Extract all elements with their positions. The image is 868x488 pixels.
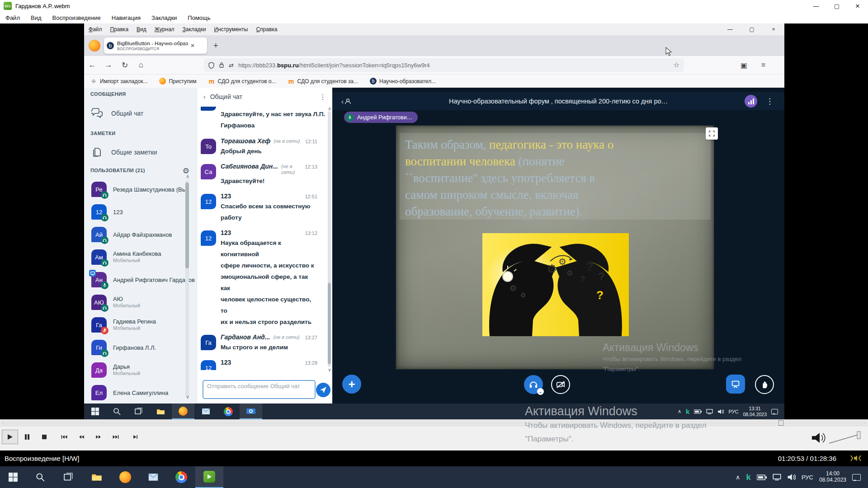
play-button[interactable] <box>2 430 18 444</box>
player-menu-Навигация[interactable]: Навигация <box>112 14 141 21</box>
seek-bar[interactable] <box>0 419 868 426</box>
stop-button[interactable] <box>36 430 52 444</box>
users-scroll-down-icon[interactable]: ∨ <box>186 394 189 400</box>
user-list-item[interactable]: ГиГирфанова Л.Л. <box>84 336 197 359</box>
frame-step-button[interactable] <box>127 430 144 444</box>
connection-status-icon[interactable] <box>745 95 757 108</box>
mail-icon[interactable] <box>194 404 217 419</box>
task-view-icon[interactable] <box>54 466 82 488</box>
search-icon[interactable] <box>26 466 54 488</box>
extensions-icon[interactable]: ▣ <box>741 61 747 70</box>
users-scroll-up-icon[interactable]: ∧ <box>186 174 189 179</box>
clock[interactable]: 14:0008.04.2023 <box>819 471 846 483</box>
bookmark-item[interactable]: mСДО для студентов за... <box>288 78 359 84</box>
chat-header[interactable]: ‹ Общий чат ⋮ <box>197 88 333 106</box>
player-menu-Вид[interactable]: Вид <box>31 14 42 21</box>
sidebar-item-shared-notes[interactable]: Общие заметки <box>90 145 157 159</box>
chrome-icon[interactable] <box>167 466 195 488</box>
user-list-item[interactable]: АЮАЮМобильный <box>84 291 197 314</box>
home-icon[interactable]: ⌂ <box>133 61 149 70</box>
player-menu-Воспроизведение[interactable]: Воспроизведение <box>52 14 101 21</box>
actions-plus-button[interactable]: + <box>342 375 361 394</box>
reload-icon[interactable]: ↻ <box>117 61 133 70</box>
chat-scroll-up-icon[interactable]: ∧ <box>328 106 331 112</box>
browser-menu-Журнал[interactable]: Журнал <box>155 26 175 33</box>
file-explorer-icon[interactable] <box>82 466 111 488</box>
browser-minimize-button[interactable]: — <box>719 23 741 35</box>
user-list-item[interactable]: РеРезеда Шамсутдинова (Вы) <box>84 178 197 201</box>
browser-menu-Файл[interactable]: Файл <box>89 26 102 33</box>
player-menu-Закладки[interactable]: Закладки <box>151 14 177 21</box>
fast-forward-button[interactable] <box>90 430 107 444</box>
fullscreen-icon[interactable] <box>706 127 718 140</box>
audio-headphones-button[interactable]: ⌄ <box>524 375 543 394</box>
user-list-item[interactable]: ГаГадиева РегинаМобильный <box>84 314 197 336</box>
user-list-item[interactable]: ДаДарьяМобильный <box>84 359 197 381</box>
audio-options-chevron-icon[interactable]: ⌄ <box>537 388 544 395</box>
player-close-button[interactable]: ✕ <box>847 0 868 12</box>
users-scrollbar[interactable] <box>185 180 189 397</box>
skip-start-button[interactable] <box>56 430 72 444</box>
bookmark-star-icon[interactable]: ☆ <box>674 61 679 69</box>
hamburger-menu-icon[interactable]: ≡ <box>761 61 765 69</box>
language-indicator[interactable]: РУС <box>802 474 813 481</box>
bookmark-item[interactable]: ⎆Импорт закладок... <box>90 78 147 84</box>
rewind-button[interactable] <box>73 430 90 444</box>
media-player-taskbar-icon[interactable] <box>195 466 223 488</box>
url-bar[interactable]: ⇄ https://bbb233.bspu.ru/html5client/joi… <box>204 58 684 72</box>
user-list-item[interactable]: АйАйдар Файзрахманов <box>84 223 197 246</box>
new-tab-button[interactable]: + <box>213 41 218 51</box>
webcam-off-button[interactable] <box>551 375 570 394</box>
chat-scrollbar[interactable] <box>328 111 331 367</box>
action-center-icon[interactable] <box>852 474 861 481</box>
sidebar-item-public-chat[interactable]: Общий чат <box>90 107 143 120</box>
browser-menu-Вид[interactable]: Вид <box>137 26 146 33</box>
browser-close-button[interactable]: × <box>763 23 784 35</box>
pause-button[interactable] <box>19 430 35 444</box>
start-icon[interactable] <box>0 466 26 488</box>
player-menu-Помощь[interactable]: Помощь <box>188 14 210 21</box>
browser-tab[interactable]: b BigBlueButton - Научно-образ ВОСПРОИЗВ… <box>104 38 207 54</box>
language-indicator[interactable]: РУС <box>728 409 738 414</box>
bookmark-item[interactable]: bНаучно-образовател... <box>370 78 436 84</box>
user-list-item[interactable]: ЕлЕлена Самигуллина <box>84 381 197 404</box>
bookmark-item[interactable]: Приступим <box>159 78 196 84</box>
action-center-icon[interactable] <box>771 409 778 414</box>
seek-track[interactable] <box>2 422 866 424</box>
forward-icon[interactable]: → <box>100 61 117 70</box>
player-menu-Файл[interactable]: Файл <box>5 14 20 21</box>
volume-control[interactable] <box>809 429 863 447</box>
firefox-taskbar-icon[interactable] <box>111 466 139 488</box>
browser-menu-Справка[interactable]: Справка <box>256 26 277 33</box>
bookmark-item[interactable]: mСДО для студентов о... <box>208 78 276 84</box>
back-icon[interactable]: ← <box>84 61 100 70</box>
browser-menu-Правка[interactable]: Правка <box>110 26 129 33</box>
file-explorer-icon[interactable] <box>149 404 172 419</box>
player-maximize-button[interactable]: ▢ <box>826 0 847 12</box>
user-list-item[interactable]: АнАндрей Рифгатович Гарданов <box>84 268 197 291</box>
camera-app-icon[interactable] <box>240 404 262 419</box>
tray-expand-icon[interactable]: ∧ <box>736 474 740 481</box>
chat-scroll-down-icon[interactable]: ∨ <box>328 367 331 373</box>
firefox-taskbar-icon[interactable] <box>172 404 194 419</box>
tab-close-icon[interactable]: ✕ <box>190 42 195 49</box>
kaspersky-icon[interactable]: k <box>746 472 751 482</box>
raise-hand-button[interactable] <box>755 375 774 394</box>
shield-icon[interactable] <box>208 62 214 69</box>
task-view-icon[interactable] <box>127 404 149 419</box>
chrome-icon[interactable] <box>217 404 240 419</box>
start-icon[interactable] <box>84 404 106 419</box>
player-minimize-button[interactable]: — <box>806 0 826 12</box>
permissions-icon[interactable]: ⇄ <box>229 62 234 69</box>
video-display-area[interactable]: ФайлПравкаВидЖурналЗакладкиИнструментыСп… <box>0 23 868 419</box>
browser-menu-Инструменты[interactable]: Инструменты <box>214 26 248 33</box>
chat-options-icon[interactable]: ⋮ <box>319 93 326 101</box>
browser-restore-button[interactable]: ▢ <box>741 23 763 35</box>
browser-menu-Закладки[interactable]: Закладки <box>183 26 206 33</box>
search-icon[interactable] <box>106 404 127 419</box>
seek-handle[interactable] <box>778 420 783 426</box>
active-talker-pill[interactable]: Андрей Рифгатови… <box>344 112 418 123</box>
options-menu-icon[interactable]: ⋮ <box>766 97 774 106</box>
lock-icon[interactable] <box>219 62 224 68</box>
firefox-icon[interactable] <box>89 40 100 52</box>
